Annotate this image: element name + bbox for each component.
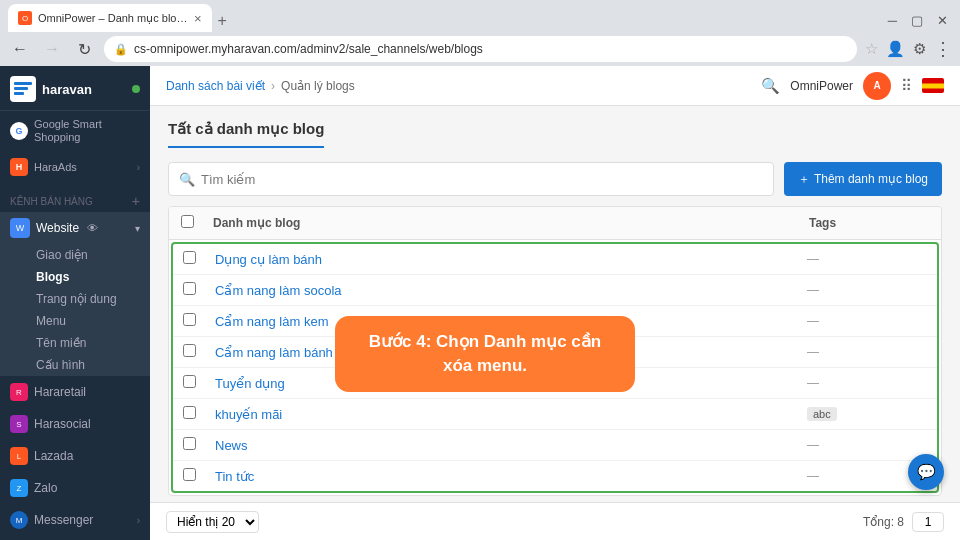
row-checkbox[interactable] <box>183 375 196 388</box>
sidebar-sub-menu[interactable]: Menu <box>0 310 150 332</box>
search-box-icon: 🔍 <box>179 172 195 187</box>
select-all-checkbox[interactable] <box>181 215 194 228</box>
search-input[interactable] <box>201 172 763 187</box>
show-dropdown[interactable]: Hiển thị 20 Hiển thị 50 <box>166 511 259 533</box>
tab-close-icon[interactable]: × <box>194 11 202 26</box>
website-label: Website <box>36 221 79 235</box>
online-dot <box>132 85 140 93</box>
close-button[interactable]: ✕ <box>937 13 948 28</box>
extensions-button[interactable]: ⚙ <box>913 40 926 58</box>
sidebar-sub-tenmien[interactable]: Tên miền <box>0 332 150 354</box>
lock-icon: 🔒 <box>114 43 128 56</box>
row-tags: — <box>807 376 927 390</box>
section-label: KÊNH BÁN HÀNG + <box>0 187 150 212</box>
sidebar-item-zalo[interactable]: Z Zalo <box>0 472 150 504</box>
page-input[interactable] <box>912 512 944 532</box>
sidebar-item-messenger[interactable]: M Messenger › <box>0 504 150 536</box>
hararetail-label: Hararetail <box>34 385 86 399</box>
row-checkbox[interactable] <box>183 468 196 481</box>
add-blog-category-button[interactable]: ＋ Thêm danh mục blog <box>784 162 942 196</box>
row-checkbox[interactable] <box>183 437 196 450</box>
minimize-button[interactable]: ─ <box>888 13 897 28</box>
col-name-header: Danh mục blog <box>213 216 809 230</box>
table-row[interactable]: Cẩm nang làm socola — <box>173 275 937 306</box>
sidebar-item-website[interactable]: W Website 👁 ▾ Giao diện Blogs Trang nội … <box>0 212 150 376</box>
sidebar-item-haraads[interactable]: H HaraAds › <box>0 151 150 183</box>
sidebar-item-google[interactable]: G Google Smart Shopping <box>0 111 150 151</box>
table-row[interactable]: khuyến mãi abc <box>173 399 937 430</box>
lazada-icon: L <box>10 447 28 465</box>
row-name: Cẩm nang làm socola <box>215 283 807 298</box>
row-tags: — <box>807 283 927 297</box>
menu-button[interactable]: ⋮ <box>934 38 952 60</box>
bookmark-button[interactable]: ☆ <box>865 40 878 58</box>
top-bar-actions: 🔍 OmniPower A ⠿ <box>761 72 944 100</box>
haraads-chevron-icon: › <box>137 162 140 173</box>
row-name: News <box>215 438 807 453</box>
browser-tab[interactable]: O OmniPower – Danh mục blogs – × <box>8 4 212 32</box>
website-icon: W <box>10 218 30 238</box>
row-name: Tin tức <box>215 469 807 484</box>
sidebar-item-hararetail[interactable]: R Hararetail <box>0 376 150 408</box>
browser-chrome: O OmniPower – Danh mục blogs – × + ─ ▢ ✕… <box>0 0 960 66</box>
hararetail-icon: R <box>10 383 28 401</box>
sidebar-item-lazada[interactable]: L Lazada <box>0 440 150 472</box>
messenger-chevron-icon: › <box>137 515 140 526</box>
new-tab-button[interactable]: + <box>212 12 233 30</box>
breadcrumb-home[interactable]: Danh sách bài viết <box>166 79 265 93</box>
maximize-button[interactable]: ▢ <box>911 13 923 28</box>
row-checkbox[interactable] <box>183 282 196 295</box>
google-label: Google Smart Shopping <box>34 118 140 144</box>
sidebar-item-harasocial[interactable]: S Harasocial <box>0 408 150 440</box>
overlay-tooltip: Bước 4: Chọn Danh mục cần xóa menu. <box>335 316 635 392</box>
back-button[interactable]: ← <box>8 40 32 58</box>
zalo-icon: Z <box>10 479 28 497</box>
svg-rect-1 <box>14 87 28 90</box>
add-button-label: Thêm danh mục blog <box>814 172 928 186</box>
bottom-bar: Hiển thị 20 Hiển thị 50 Tổng: 8 <box>150 502 960 540</box>
reload-button[interactable]: ↻ <box>72 40 96 59</box>
address-bar[interactable]: 🔒 cs-omnipower.myharavan.com/adminv2/sal… <box>104 36 857 62</box>
add-channel-icon[interactable]: + <box>132 193 140 209</box>
row-tags: — <box>807 314 927 328</box>
lazada-label: Lazada <box>34 449 73 463</box>
forward-button[interactable]: → <box>40 40 64 58</box>
search-icon-button[interactable]: 🔍 <box>761 77 780 95</box>
haraads-icon: H <box>10 158 28 176</box>
row-checkbox[interactable] <box>183 313 196 326</box>
row-checkbox[interactable] <box>183 406 196 419</box>
add-icon: ＋ <box>798 171 810 188</box>
page-title: Tất cả danh mục blog <box>168 120 324 148</box>
row-tags: — <box>807 345 927 359</box>
messenger-label: Messenger <box>34 513 93 527</box>
search-box[interactable]: 🔍 <box>168 162 774 196</box>
flag-icon <box>922 78 944 93</box>
show-select: Hiển thị 20 Hiển thị 50 <box>166 511 263 533</box>
logo-text: haravan <box>42 82 92 97</box>
tab-title: OmniPower – Danh mục blogs – <box>38 12 188 25</box>
harasocial-label: Harasocial <box>34 417 91 431</box>
google-icon: G <box>10 122 28 140</box>
table-row[interactable]: Dụng cụ làm bánh — <box>173 244 937 275</box>
sidebar-sub-trangnoidung[interactable]: Trang nội dung <box>0 288 150 310</box>
harasocial-icon: S <box>10 415 28 433</box>
svg-rect-2 <box>14 92 24 95</box>
zalo-label: Zalo <box>34 481 57 495</box>
breadcrumb-current: Quản lý blogs <box>281 79 355 93</box>
table-row[interactable]: Tin tức — <box>173 461 937 491</box>
table-row[interactable]: News — <box>173 430 937 461</box>
sidebar-sub-cauhinh[interactable]: Cấu hình <box>0 354 150 376</box>
sidebar-sub-giaodien[interactable]: Giao diện <box>0 244 150 266</box>
grid-icon-button[interactable]: ⠿ <box>901 77 912 95</box>
profile-button[interactable]: 👤 <box>886 40 905 58</box>
pagination: Tổng: 8 <box>863 512 944 532</box>
chat-button[interactable]: 💬 <box>908 454 944 490</box>
row-checkbox[interactable] <box>183 344 196 357</box>
row-checkbox[interactable] <box>183 251 196 264</box>
chevron-down-icon: ▾ <box>135 223 140 234</box>
sidebar-sub-blogs[interactable]: Blogs <box>0 266 150 288</box>
messenger-icon: M <box>10 511 28 529</box>
table-header: Danh mục blog Tags <box>169 207 941 240</box>
breadcrumb-separator: › <box>271 79 275 93</box>
sidebar: haravan G Google Smart Shopping H HaraAd… <box>0 66 150 540</box>
